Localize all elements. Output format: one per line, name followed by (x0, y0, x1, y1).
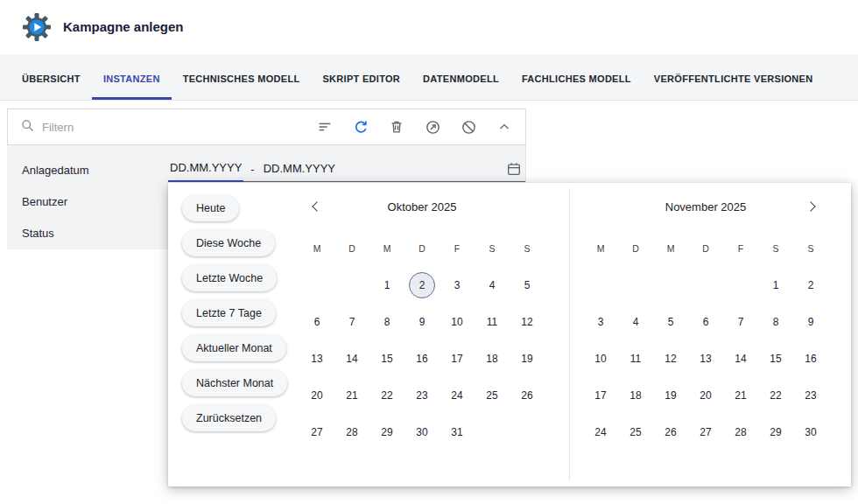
day-24[interactable]: 24 (587, 419, 614, 445)
quick-nächster-monat-button[interactable]: Nächster Monat (182, 370, 287, 396)
day-3[interactable]: 3 (587, 309, 614, 335)
day-30[interactable]: 30 (409, 419, 435, 445)
tab-fachliches-modell[interactable]: FACHLICHES MODELL (510, 54, 643, 100)
day-20[interactable]: 20 (304, 382, 330, 409)
day-24[interactable]: 24 (444, 382, 470, 409)
quick-letzte-7-tage-button[interactable]: Letzte 7 Tage (182, 300, 276, 326)
day-13[interactable]: 13 (693, 346, 719, 372)
day-1[interactable]: 1 (374, 272, 400, 298)
day-25[interactable]: 25 (622, 419, 649, 445)
calendar-cell: 29 (369, 414, 404, 451)
tab-übersicht[interactable]: ÜBERSICHT (11, 54, 92, 100)
day-5[interactable]: 5 (514, 272, 540, 298)
day-31[interactable]: 31 (444, 419, 470, 445)
day-18[interactable]: 18 (622, 382, 649, 409)
next-month-icon[interactable] (805, 201, 815, 211)
day-29[interactable]: 29 (763, 419, 789, 445)
calendar-cell: 15 (758, 340, 793, 377)
day-8[interactable]: 8 (763, 309, 789, 335)
day-28[interactable]: 28 (339, 419, 365, 445)
day-4[interactable]: 4 (622, 309, 649, 335)
tab-veröffentlichte-versionen[interactable]: VERÖFFENTLICHTE VERSIONEN (643, 54, 825, 100)
day-15[interactable]: 15 (374, 346, 400, 372)
month-calendar-october: Oktober 2025MDMDFSS123456789101112131415… (299, 193, 545, 451)
weekday-label: S (793, 230, 828, 267)
day-1[interactable]: 1 (763, 272, 789, 298)
popup-divider (569, 188, 570, 481)
day-15[interactable]: 15 (763, 346, 789, 372)
date-from-value[interactable]: DD.MM.YYYY (168, 157, 243, 182)
day-4[interactable]: 4 (479, 272, 505, 298)
day-10[interactable]: 10 (444, 309, 470, 335)
month-calendar-november: November 2025MDMDFSS12345678910111213141… (583, 193, 828, 451)
day-26[interactable]: 26 (658, 419, 684, 445)
day-9[interactable]: 9 (798, 309, 824, 335)
day-27[interactable]: 27 (693, 419, 719, 445)
day-14[interactable]: 14 (339, 346, 365, 372)
prev-month-icon[interactable] (312, 201, 321, 211)
day-16[interactable]: 16 (798, 346, 824, 372)
day-6[interactable]: 6 (304, 309, 330, 335)
quick-heute-button[interactable]: Heute (182, 195, 239, 221)
day-11[interactable]: 11 (479, 309, 505, 335)
delete-icon[interactable] (388, 118, 405, 136)
day-22[interactable]: 22 (763, 382, 789, 409)
day-9[interactable]: 9 (409, 309, 435, 335)
day-25[interactable]: 25 (479, 382, 505, 409)
tab-skript-editor[interactable]: SKRIPT EDITOR (311, 54, 411, 100)
day-3[interactable]: 3 (444, 272, 470, 298)
day-19[interactable]: 19 (658, 382, 684, 409)
quick-letzte-woche-button[interactable]: Letzte Woche (182, 265, 277, 291)
day-18[interactable]: 18 (479, 346, 505, 372)
day-2[interactable]: 2 (798, 272, 824, 298)
day-29[interactable]: 29 (374, 419, 400, 445)
block-icon[interactable] (460, 118, 477, 136)
day-12[interactable]: 12 (658, 346, 684, 372)
calendar-cell: 20 (688, 377, 723, 414)
day-14[interactable]: 14 (728, 346, 754, 372)
day-23[interactable]: 23 (798, 382, 824, 409)
day-19[interactable]: 19 (514, 346, 540, 372)
day-17[interactable]: 17 (444, 346, 470, 372)
day-12[interactable]: 12 (514, 309, 540, 335)
day-16[interactable]: 16 (409, 346, 435, 372)
day-21[interactable]: 21 (339, 382, 365, 409)
weekday-label: D (334, 230, 369, 267)
day-7[interactable]: 7 (339, 309, 365, 335)
day-17[interactable]: 17 (587, 382, 614, 409)
sort-icon[interactable] (316, 118, 334, 136)
day-20[interactable]: 20 (693, 382, 719, 409)
day-27[interactable]: 27 (304, 419, 330, 445)
day-28[interactable]: 28 (728, 419, 754, 445)
day-22[interactable]: 22 (374, 382, 400, 409)
day-5[interactable]: 5 (658, 309, 684, 335)
filter-input[interactable] (42, 121, 307, 134)
tab-instanzen[interactable]: INSTANZEN (92, 54, 172, 100)
day-10[interactable]: 10 (587, 346, 614, 372)
day-8[interactable]: 8 (374, 309, 400, 335)
calendar-cell: 27 (299, 414, 334, 451)
quick-diese-woche-button[interactable]: Diese Woche (182, 230, 275, 256)
tab-datenmodell[interactable]: DATENMODELL (411, 54, 510, 100)
weekday-label: D (688, 230, 723, 267)
day-23[interactable]: 23 (409, 382, 435, 409)
day-26[interactable]: 26 (514, 382, 540, 409)
date-range-field[interactable]: DD.MM.YYYY - DD.MM.YYYY (168, 157, 525, 182)
calendar-icon[interactable] (506, 161, 522, 177)
collapse-icon[interactable] (496, 118, 513, 136)
date-to-value[interactable]: DD.MM.YYYY (262, 158, 337, 181)
day-13[interactable]: 13 (304, 346, 330, 372)
day-11[interactable]: 11 (622, 346, 649, 372)
refresh-icon[interactable] (352, 118, 369, 136)
calendar-cell (510, 414, 545, 451)
day-21[interactable]: 21 (728, 382, 754, 409)
tab-technisches-modell[interactable]: TECHNISCHES MODELL (172, 54, 312, 100)
day-6[interactable]: 6 (693, 309, 719, 335)
quick-zurücksetzen-button[interactable]: Zurücksetzen (182, 405, 276, 431)
quick-aktueller-monat-button[interactable]: Aktueller Monat (182, 335, 286, 361)
day-30[interactable]: 30 (798, 419, 824, 445)
navigation-icon[interactable] (424, 118, 441, 136)
day-2[interactable]: 2 (409, 272, 435, 298)
day-7[interactable]: 7 (728, 309, 754, 335)
calendar-cell: 9 (793, 304, 828, 340)
